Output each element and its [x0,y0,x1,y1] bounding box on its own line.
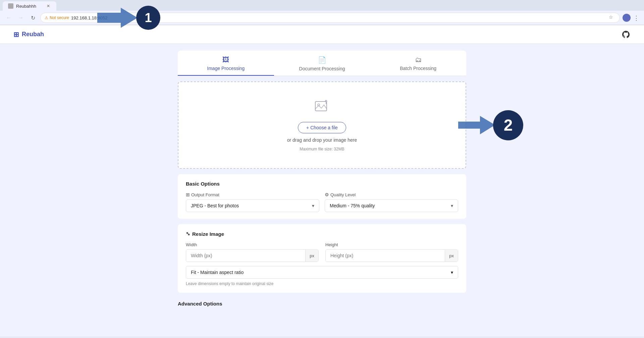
app-logo: ⊞ Reubah [13,30,44,39]
security-warning: ⚠ Not secure [45,15,69,20]
output-format-text: Output Format [191,192,219,197]
tab-document-label: Document Processing [299,66,345,71]
aspect-ratio-value: Fit - Maintain aspect ratio [191,270,244,275]
url-text: 192.168.1.18:8052 [71,15,107,20]
tab-image-processing[interactable]: 🖼 Image Processing [178,51,274,76]
app-header: ⊞ Reubah [0,25,644,44]
github-button[interactable] [621,30,631,39]
profile-button[interactable] [623,14,631,22]
resize-section: ⤡ Resize Image Width px Height px [178,224,466,293]
width-label: Width [186,242,319,247]
width-input-wrap: px [186,249,319,262]
tab-title: Reubahhh [16,4,36,9]
resize-label: Resize Image [192,231,224,237]
choose-file-button[interactable]: + Choose a file [298,122,346,133]
refresh-button[interactable]: ↻ [28,13,38,22]
height-group: Height px [325,242,458,262]
output-format-icon: ⊞ [186,192,190,197]
drag-drop-text: or drag and drop your image here [287,137,357,143]
aspect-ratio-row: Fit - Maintain aspect ratio ▾ Leave dime… [186,266,458,286]
tab-batch-label: Batch Processing [400,66,436,71]
image-processing-icon: 🖼 [222,56,229,64]
app-name: Reubah [22,31,44,38]
height-unit: px [445,250,458,262]
document-processing-icon: 📄 [318,56,326,64]
output-format-select[interactable]: JPEG - Best for photos ▾ [186,199,319,212]
tab-close-button[interactable]: ✕ [46,3,51,9]
github-icon [622,31,630,38]
browser-tab[interactable]: Reubahhh ✕ [3,1,56,11]
height-input[interactable] [326,250,445,262]
output-format-label: ⊞ Output Format [186,192,319,197]
tabs-container: 🖼 Image Processing 📄 Document Processing… [178,51,466,76]
choose-file-label: + Choose a file [306,125,338,130]
basic-options-label: Basic Options [186,181,220,187]
upload-icon [314,99,330,118]
quality-level-value: Medium - 75% quality [330,203,375,208]
forward-button[interactable]: → [16,13,25,22]
dimensions-row: Width px Height px [186,242,458,262]
height-input-wrap: px [325,249,458,262]
tab-image-label: Image Processing [207,66,245,71]
address-bar[interactable]: ⚠ Not secure 192.168.1.18:8052 ☆ [40,13,620,23]
output-format-chevron: ▾ [312,203,314,208]
warning-icon: ⚠ [45,15,48,20]
drop-zone[interactable]: + Choose a file or drag and drop your im… [178,81,466,169]
width-unit: px [305,250,318,262]
advanced-options-title: Advanced Options [178,301,466,307]
options-row: ⊞ Output Format JPEG - Best for photos ▾… [186,192,458,212]
aspect-ratio-chevron: ▾ [451,270,453,275]
back-button[interactable]: ← [4,13,13,22]
height-label: Height [325,242,458,247]
quality-level-chevron: ▾ [451,203,453,208]
resize-title: ⤡ Resize Image [186,231,458,237]
security-text: Not secure [50,15,69,20]
step-2-annotation: 2 [458,110,523,140]
quality-level-group: ⚙ Quality Level Medium - 75% quality ▾ [325,192,458,212]
quality-level-text: Quality Level [330,192,356,197]
max-file-text: Maximum file size: 32MB [300,147,344,151]
output-format-group: ⊞ Output Format JPEG - Best for photos ▾ [186,192,319,212]
batch-processing-icon: 🗂 [415,56,422,64]
basic-options-title: Basic Options [186,181,458,187]
step-2-badge: 2 [493,110,523,140]
output-format-value: JPEG - Best for photos [191,203,239,208]
basic-options-section: Basic Options ⊞ Output Format JPEG - Bes… [178,174,466,219]
quality-level-select[interactable]: Medium - 75% quality ▾ [325,199,458,212]
upload-svg [314,99,330,115]
tab-document-processing[interactable]: 📄 Document Processing [274,51,370,76]
tab-batch-processing[interactable]: 🗂 Batch Processing [370,51,466,76]
width-group: Width px [186,242,319,262]
resize-icon: ⤡ [186,231,190,237]
aspect-ratio-select[interactable]: Fit - Maintain aspect ratio ▾ [186,266,458,279]
logo-icon: ⊞ [13,30,19,39]
tab-favicon [8,3,13,9]
quality-level-icon: ⚙ [325,192,329,197]
resize-hint: Leave dimensions empty to maintain origi… [186,281,458,286]
quality-level-label: ⚙ Quality Level [325,192,458,197]
bookmark-icon[interactable]: ☆ [609,14,615,21]
menu-button[interactable]: ⋮ [633,14,640,21]
width-input[interactable] [186,250,305,262]
